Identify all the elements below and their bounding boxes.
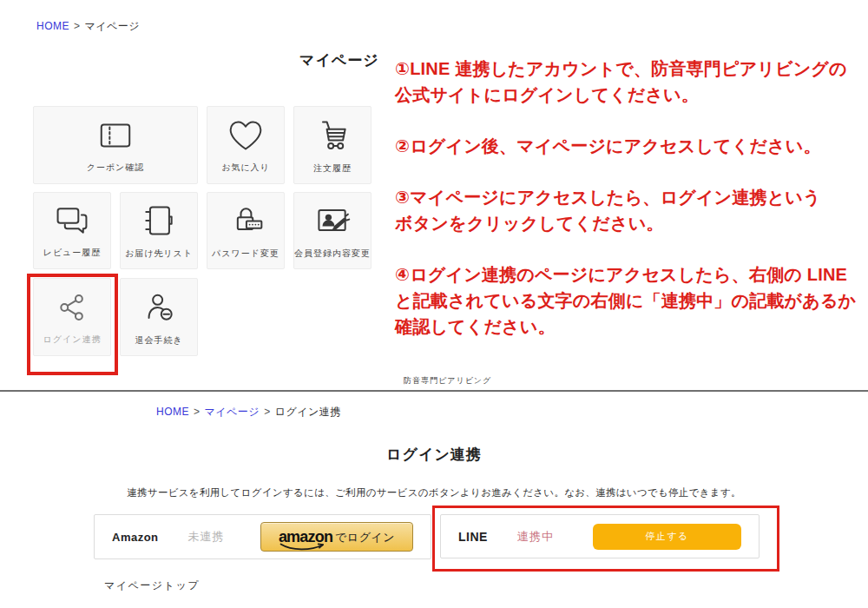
tile-label: 退会手続き <box>135 334 182 347</box>
line-service-label: LINE <box>458 530 488 544</box>
breadcrumb-login-link: HOME>マイページ>ログイン連携 <box>156 405 341 420</box>
tile-order-history[interactable]: 注文履歴 <box>293 106 372 184</box>
instruction-step-4: ④ログイン連携のページにアクセスしたら、右側の LINE と記載されている文字の… <box>395 261 868 340</box>
line-link-row: LINE 連携中 停止する <box>440 514 760 558</box>
withdraw-icon <box>140 288 178 327</box>
amazon-smile-icon <box>279 543 328 552</box>
login-link-title: ログイン連携 <box>0 445 868 465</box>
page: HOME>マイページ マイページ クーポン確認 お気に入り <box>0 0 868 608</box>
tile-label: 会員登録内容変更 <box>294 248 371 260</box>
page-title: マイページ <box>299 50 379 70</box>
tile-address-list[interactable]: お届け先リスト <box>120 192 198 269</box>
breadcrumb-current: ログイン連携 <box>275 406 341 418</box>
share-icon <box>54 289 90 326</box>
breadcrumb-separator: > <box>74 20 81 32</box>
tile-label: お届け先リスト <box>125 248 193 260</box>
instruction-step-2: ②ログイン後、マイページにアクセスしてください。 <box>395 133 868 159</box>
tile-review-history[interactable]: レビュー履歴 <box>33 192 111 269</box>
tile-password-change[interactable]: パスワード変更 <box>207 192 285 269</box>
amazon-link-status: 未連携 <box>188 529 225 545</box>
tile-favorites[interactable]: お気に入り <box>207 106 285 184</box>
tile-label: クーポン確認 <box>87 162 145 174</box>
breadcrumb-separator: > <box>264 406 271 418</box>
tile-label: 注文履歴 <box>313 162 352 175</box>
breadcrumb-current: マイページ <box>85 20 141 32</box>
line-link-status: 連携中 <box>517 529 554 545</box>
site-footer-label: 防音専門ピアリビング <box>404 375 491 387</box>
tile-withdrawal[interactable]: 退会手続き <box>120 278 198 356</box>
amazon-logo: amazon <box>279 529 332 545</box>
breadcrumb-separator: > <box>194 406 201 418</box>
instruction-step-3: ③マイページにアクセスしたら、ログイン連携という ボタンをクリックしてください。 <box>395 184 868 236</box>
line-stop-button[interactable]: 停止する <box>593 524 741 550</box>
screenshot-divider <box>0 390 868 392</box>
tile-label: ログイン連携 <box>43 334 102 346</box>
tile-label: お気に入り <box>221 162 270 174</box>
review-icon <box>53 202 91 239</box>
instruction-step-1: ①LINE 連携したアカウントで、防音専門ピアリビングの 公式サイトにログインし… <box>395 56 868 108</box>
tile-login-link[interactable]: ログイン連携 <box>33 278 111 356</box>
tile-label: レビュー履歴 <box>43 247 102 259</box>
amazon-button-suffix: でログイン <box>335 528 395 545</box>
breadcrumb: HOME>マイページ <box>36 19 140 34</box>
breadcrumb-home-link[interactable]: HOME <box>36 20 69 32</box>
tile-coupon[interactable]: クーポン確認 <box>33 106 198 184</box>
coupon-icon <box>95 117 135 154</box>
breadcrumb-mypage-link[interactable]: マイページ <box>205 406 260 418</box>
mypage-top-link[interactable]: マイページトップ <box>104 578 200 593</box>
heart-icon <box>227 117 265 154</box>
login-link-description: 連携サービスを利用してログインするには、ご利用のサービスのボタンよりお進みくださ… <box>0 486 868 499</box>
tile-label: パスワード変更 <box>212 248 279 260</box>
breadcrumb-home-link[interactable]: HOME <box>156 406 189 418</box>
amazon-service-label: Amazon <box>112 531 159 544</box>
instructions: ①LINE 連携したアカウントで、防音専門ピアリビングの 公式サイトにログインし… <box>395 56 868 365</box>
member-edit-icon <box>313 202 352 240</box>
lock-icon <box>227 202 265 240</box>
cart-icon <box>313 116 352 155</box>
amazon-link-row: Amazon 未連携 amazon でログイン <box>94 514 431 559</box>
tile-member-info-change[interactable]: 会員登録内容変更 <box>293 192 372 269</box>
amazon-login-button[interactable]: amazon でログイン <box>260 522 413 552</box>
address-book-icon <box>140 202 178 240</box>
